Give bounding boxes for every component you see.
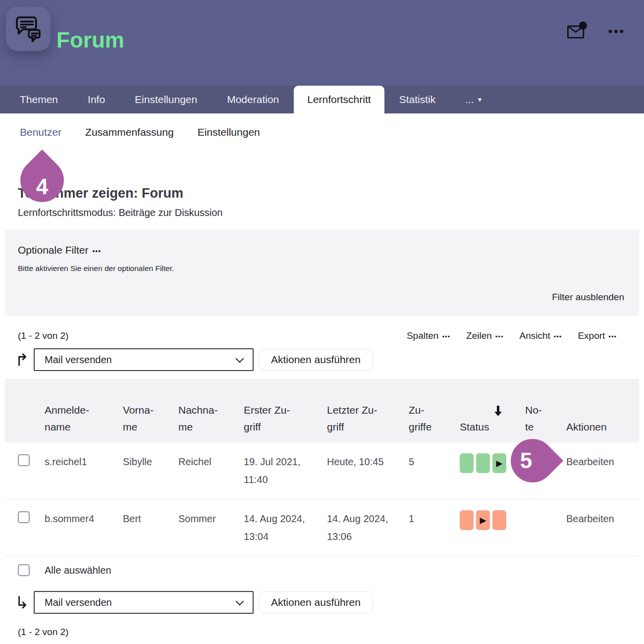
ellipsis-icon: ••• [442, 333, 450, 340]
ellipsis-icon: ••• [608, 333, 617, 340]
progress-block [492, 510, 506, 530]
cell-letzter-zugriff: Heute, 10:45 [327, 442, 409, 481]
sort-desc-icon [494, 388, 502, 435]
rows-menu[interactable]: Zeilen••• [466, 330, 503, 341]
page-subtitle: Lernfortschrittsmodus: Beiträge zur Disk… [18, 207, 644, 218]
hide-filter-link[interactable]: Filter ausblenden [552, 292, 624, 302]
table-row: b.sommer4 Bert Sommer 14. Aug 2024, 13:0… [5, 499, 639, 556]
col-anmeldename[interactable]: Anmelde- name [45, 402, 123, 435]
cell-vorname: Sibylle [123, 442, 178, 481]
forum-chat-icon [6, 6, 51, 51]
mail-unread-icon[interactable] [567, 21, 588, 42]
execute-actions-button-bottom[interactable]: Aktionen ausführen [259, 591, 373, 613]
app-header: Forum ••• [0, 0, 644, 86]
bulk-action-select-bottom[interactable]: Mail versenden [34, 591, 254, 614]
bearbeiten-link[interactable]: Bearbeiten [566, 499, 639, 538]
page-app-title: Forum [56, 28, 124, 53]
cell-note [525, 442, 566, 463]
cell-letzter-zugriff: 14. Aug 2024, 13:06 [327, 499, 409, 556]
cell-anmeldename: b.sommer4 [45, 499, 123, 538]
tab-moderation[interactable]: Moderation [212, 86, 294, 113]
learning-progress-bar: ▶ [460, 442, 525, 473]
col-letzter-zugriff[interactable]: Letzter Zu- griff [327, 402, 409, 435]
cell-vorname: Bert [123, 499, 178, 538]
subtab-zusammenfassung[interactable]: Zusammenfassung [85, 126, 174, 138]
subtab-benutzer[interactable]: Benutzer [20, 126, 61, 138]
filter-panel: Optionale Filter••• Bitte aktivieren Sie… [5, 229, 639, 316]
col-zugriffe[interactable]: Zu- griffe [409, 402, 460, 435]
participants-table: Anmelde- name Vorna- me Nachna- me Erste… [5, 379, 639, 556]
bulk-action-select-top[interactable]: Mail versenden [34, 348, 254, 371]
export-menu[interactable]: Export••• [578, 330, 617, 341]
row-checkbox[interactable] [18, 454, 30, 466]
col-nachname[interactable]: Nachna- me [178, 402, 244, 435]
chevron-down-icon [235, 354, 244, 363]
tab-info[interactable]: Info [73, 86, 120, 113]
cell-note [525, 499, 566, 520]
ellipsis-icon: ••• [554, 333, 562, 340]
play-icon: ▶ [480, 516, 486, 525]
filter-hint: Bitte aktivieren Sie einen der optionale… [18, 264, 624, 273]
select-all-checkbox[interactable] [18, 564, 30, 576]
result-count-top: (1 - 2 von 2) [18, 330, 68, 341]
apply-to-selection-arrow-icon: ↱ [15, 350, 34, 370]
progress-block [476, 453, 490, 473]
cell-anmeldename: s.reichel1 [45, 442, 123, 481]
table-view-menus: Spalten••• Zeilen••• Ansicht••• Export••… [407, 330, 617, 341]
progress-block: ▶ [492, 453, 506, 473]
col-status[interactable]: Status [460, 388, 525, 435]
table-header-row: Anmelde- name Vorna- me Nachna- me Erste… [5, 379, 639, 442]
view-menu[interactable]: Ansicht••• [519, 330, 562, 341]
progress-block: ▶ [476, 510, 490, 530]
subtab-bar: Benutzer Zusammenfassung Einstellungen [0, 113, 644, 138]
ellipsis-icon[interactable]: ••• [608, 21, 625, 41]
tab-themen[interactable]: Themen [5, 86, 73, 113]
result-count-bottom: (1 - 2 von 2) [18, 627, 644, 638]
row-checkbox[interactable] [18, 511, 30, 523]
select-all-label: Alle auswählen [45, 565, 111, 576]
progress-block [460, 510, 474, 530]
play-icon: ▶ [496, 459, 502, 468]
page-title: Teilnehmer zeigen: Forum [18, 186, 644, 201]
table-row: s.reichel1 Sibylle Reichel 19. Jul 2021,… [5, 442, 639, 499]
col-erster-zugriff[interactable]: Erster Zu- griff [244, 402, 327, 435]
tab-bar: Themen Info Einstellungen Moderation Ler… [0, 86, 644, 113]
ellipsis-icon: ••• [495, 333, 504, 340]
cell-nachname: Reichel [178, 442, 244, 481]
chevron-down-icon [235, 597, 244, 605]
cell-erster-zugriff: 14. Aug 2024, 13:04 [244, 499, 327, 556]
tab-einstellungen[interactable]: Einstellungen [120, 86, 212, 113]
cell-erster-zugriff: 19. Jul 2021, 11:40 [244, 442, 327, 499]
tab-lernfortschritt[interactable]: Lernfortschritt [294, 86, 384, 113]
columns-menu[interactable]: Spalten••• [407, 330, 450, 341]
cell-zugriffe: 5 [409, 442, 460, 481]
bearbeiten-link[interactable]: Bearbeiten [566, 442, 639, 481]
tab-statistik[interactable]: Statistik [384, 86, 451, 113]
progress-block [460, 453, 474, 473]
ellipsis-icon: ••• [92, 247, 101, 255]
subtab-einstellungen[interactable]: Einstellungen [198, 126, 260, 138]
page: Forum ••• Themen Info Einstellungen Mode… [0, 0, 644, 644]
execute-actions-button-top[interactable]: Aktionen ausführen [259, 349, 373, 371]
col-vorname[interactable]: Vorna- me [123, 402, 178, 435]
apply-to-selection-arrow-icon: ↳ [15, 592, 34, 612]
filter-menu[interactable]: Optionale Filter••• [18, 244, 624, 256]
cell-zugriffe: 1 [409, 499, 460, 538]
tab-more[interactable]: ... ▾ [450, 86, 496, 113]
col-note[interactable]: No- te [525, 402, 566, 435]
chevron-down-icon: ▾ [478, 95, 482, 104]
learning-progress-bar: ▶ [460, 499, 525, 530]
cell-nachname: Sommer [178, 499, 244, 538]
col-aktionen: Aktionen [566, 419, 639, 435]
